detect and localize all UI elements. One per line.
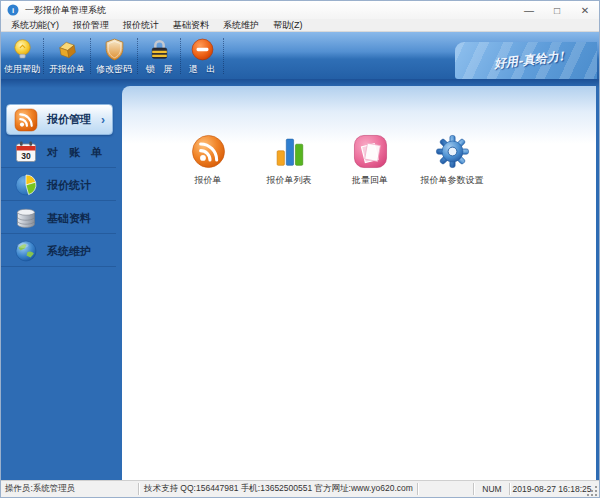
batch-receipt-icon — [353, 134, 388, 169]
shortcut-quote-settings[interactable]: 报价单参数设置 — [406, 134, 498, 187]
lock-icon — [147, 37, 172, 62]
menu-item-help[interactable]: 帮助(Z) — [266, 19, 310, 31]
exit-button[interactable]: 退 出 — [181, 32, 223, 79]
pie-chart-icon — [14, 173, 38, 197]
sidebar: 报价管理 › 30 对 账 单 报价统计 — [1, 79, 119, 480]
new-quote-button[interactable]: 开报价单 — [44, 32, 90, 79]
status-bar: 操作员:系统管理员 技术支持 QQ:156447981 手机:136525005… — [1, 480, 599, 497]
shield-icon — [102, 37, 127, 62]
rss-icon — [14, 108, 38, 132]
lock-screen-button[interactable]: 锁 屏 — [138, 32, 180, 79]
change-password-button[interactable]: 修改密码 — [91, 32, 137, 79]
promo-banner: 好用-真给力! — [455, 42, 597, 79]
shortcut-batch-receipt[interactable]: 批量回单 — [324, 134, 416, 187]
sidebar-item-statement[interactable]: 30 对 账 单 — [1, 137, 116, 168]
menu-item-base-data[interactable]: 基础资料 — [166, 19, 216, 31]
sidebar-item-system-maintenance[interactable]: 系统维护 — [1, 236, 116, 267]
menu-bar: 系统功能(Y) 报价管理 报价统计 基础资料 系统维护 帮助(Z) — [1, 19, 599, 32]
promo-banner-text: 好用-真给力! — [464, 45, 593, 75]
shortcut-quote-list[interactable]: 报价单列表 — [243, 134, 335, 187]
sidebar-item-quote-management[interactable]: 报价管理 › — [6, 104, 113, 135]
main-panel: 报价单 报价单列表 批量回单 — [122, 86, 596, 480]
close-button[interactable]: ✕ — [571, 1, 599, 19]
maximize-button[interactable]: □ — [543, 1, 571, 19]
help-button[interactable]: 使用帮助 — [1, 32, 43, 79]
status-support-info: 技术支持 QQ:156447981 手机:13652500551 官方网址:ww… — [140, 481, 416, 497]
resize-grip[interactable] — [587, 485, 598, 496]
rss-icon — [191, 134, 226, 169]
status-separator — [417, 483, 418, 495]
globe-icon — [14, 239, 38, 263]
toolbar: 使用帮助 开报价单 修改密码 锁 屏 — [1, 32, 599, 79]
chevron-right-icon: › — [101, 113, 105, 127]
toolbar-separator — [223, 38, 224, 74]
sidebar-item-quote-statistics[interactable]: 报价统计 — [1, 170, 116, 201]
bar-chart-icon — [272, 134, 307, 169]
status-separator — [473, 483, 474, 495]
exit-icon — [190, 37, 215, 62]
window-title: 一彩报价单管理系统 — [25, 4, 106, 17]
status-num-lock: NUM — [475, 481, 509, 497]
title-bar: i 一彩报价单管理系统 — □ ✕ — [1, 1, 599, 19]
status-operator: 操作员:系统管理员 — [1, 481, 138, 497]
svg-text:30: 30 — [21, 151, 31, 161]
menu-item-system-maintenance[interactable]: 系统维护 — [216, 19, 266, 31]
status-datetime: 2019-08-27 16:18:25 — [510, 481, 594, 497]
lightbulb-icon — [10, 37, 35, 62]
app-window: { "window": { "title": "一彩报价单管理系统", "ico… — [0, 0, 600, 498]
sidebar-item-base-data[interactable]: 基础资料 — [1, 203, 116, 234]
shortcut-quote[interactable]: 报价单 — [162, 134, 254, 187]
app-logo-icon: i — [7, 4, 19, 16]
gear-icon — [435, 134, 470, 169]
menu-item-quote-management[interactable]: 报价管理 — [66, 19, 116, 31]
package-icon — [55, 37, 80, 62]
status-separator — [138, 483, 139, 495]
calendar-icon: 30 — [14, 140, 38, 164]
window-controls: — □ ✕ — [515, 1, 599, 19]
body-area: 报价管理 › 30 对 账 单 报价统计 — [1, 79, 599, 480]
minimize-button[interactable]: — — [515, 1, 543, 19]
menu-item-system-functions[interactable]: 系统功能(Y) — [4, 19, 66, 31]
database-icon — [14, 206, 38, 230]
menu-item-quote-statistics[interactable]: 报价统计 — [116, 19, 166, 31]
svg-text:i: i — [12, 6, 14, 15]
